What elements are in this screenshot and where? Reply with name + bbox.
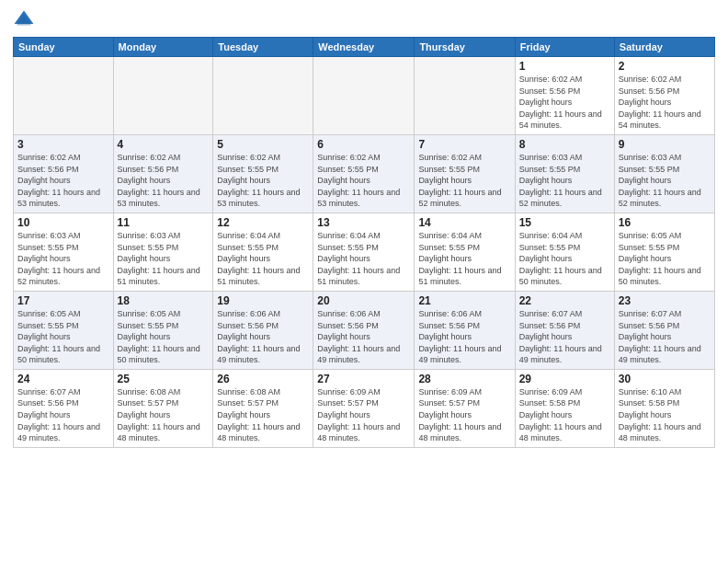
calendar-cell: 20Sunrise: 6:06 AMSunset: 5:56 PMDayligh… — [313, 291, 415, 369]
day-number: 26 — [217, 373, 309, 385]
day-info: Sunrise: 6:06 AMSunset: 5:56 PMDaylight … — [317, 308, 410, 366]
calendar-header-tuesday: Tuesday — [213, 38, 313, 57]
day-info: Sunrise: 6:03 AMSunset: 5:55 PMDaylight … — [118, 230, 210, 288]
day-info: Sunrise: 6:07 AMSunset: 5:56 PMDaylight … — [519, 308, 610, 366]
day-number: 27 — [317, 373, 410, 385]
calendar-cell — [113, 57, 213, 135]
calendar-cell: 6Sunrise: 6:02 AMSunset: 5:55 PMDaylight… — [313, 134, 415, 213]
day-info: Sunrise: 6:07 AMSunset: 5:56 PMDaylight … — [619, 308, 711, 366]
day-number: 16 — [619, 216, 711, 229]
day-info: Sunrise: 6:02 AMSunset: 5:56 PMDaylight … — [118, 152, 210, 210]
calendar-header-row: SundayMondayTuesdayWednesdayThursdayFrid… — [14, 38, 715, 57]
calendar-cell: 2Sunrise: 6:02 AMSunset: 5:56 PMDaylight… — [614, 57, 714, 135]
day-info: Sunrise: 6:06 AMSunset: 5:56 PMDaylight … — [217, 308, 309, 366]
calendar-cell: 3Sunrise: 6:02 AMSunset: 5:56 PMDaylight… — [14, 134, 114, 213]
day-info: Sunrise: 6:04 AMSunset: 5:55 PMDaylight … — [317, 230, 410, 288]
calendar-week-row: 24Sunrise: 6:07 AMSunset: 5:56 PMDayligh… — [14, 369, 715, 447]
day-info: Sunrise: 6:04 AMSunset: 5:55 PMDaylight … — [418, 230, 510, 288]
day-info: Sunrise: 6:02 AMSunset: 5:56 PMDaylight … — [17, 152, 109, 210]
day-info: Sunrise: 6:05 AMSunset: 5:55 PMDaylight … — [619, 230, 711, 288]
calendar-cell: 13Sunrise: 6:04 AMSunset: 5:55 PMDayligh… — [313, 213, 415, 291]
day-number: 1 — [519, 60, 610, 73]
calendar-cell: 15Sunrise: 6:04 AMSunset: 5:55 PMDayligh… — [515, 213, 614, 291]
calendar-cell — [213, 57, 313, 135]
day-info: Sunrise: 6:02 AMSunset: 5:55 PMDaylight … — [217, 152, 309, 210]
calendar-cell: 19Sunrise: 6:06 AMSunset: 5:56 PMDayligh… — [213, 291, 313, 369]
calendar-cell: 23Sunrise: 6:07 AMSunset: 5:56 PMDayligh… — [614, 291, 714, 369]
day-info: Sunrise: 6:09 AMSunset: 5:57 PMDaylight … — [317, 386, 410, 444]
day-number: 11 — [118, 216, 210, 229]
calendar-header-sunday: Sunday — [14, 38, 114, 57]
day-number: 17 — [17, 294, 109, 307]
day-info: Sunrise: 6:08 AMSunset: 5:57 PMDaylight … — [217, 386, 309, 444]
calendar-cell: 11Sunrise: 6:03 AMSunset: 5:55 PMDayligh… — [113, 213, 213, 291]
day-number: 21 — [418, 294, 510, 307]
calendar-week-row: 1Sunrise: 6:02 AMSunset: 5:56 PMDaylight… — [14, 57, 715, 135]
calendar-cell: 10Sunrise: 6:03 AMSunset: 5:55 PMDayligh… — [14, 213, 114, 291]
day-info: Sunrise: 6:04 AMSunset: 5:55 PMDaylight … — [519, 230, 610, 288]
day-number: 24 — [17, 373, 109, 385]
logo — [13, 9, 39, 31]
day-number: 3 — [17, 138, 109, 151]
day-info: Sunrise: 6:02 AMSunset: 5:56 PMDaylight … — [519, 74, 610, 132]
day-info: Sunrise: 6:05 AMSunset: 5:55 PMDaylight … — [118, 308, 210, 366]
day-number: 5 — [217, 138, 309, 151]
calendar-cell: 28Sunrise: 6:09 AMSunset: 5:57 PMDayligh… — [415, 369, 515, 447]
day-info: Sunrise: 6:03 AMSunset: 5:55 PMDaylight … — [17, 230, 109, 288]
calendar-cell: 21Sunrise: 6:06 AMSunset: 5:56 PMDayligh… — [415, 291, 515, 369]
day-info: Sunrise: 6:03 AMSunset: 5:55 PMDaylight … — [519, 152, 610, 210]
calendar-cell: 14Sunrise: 6:04 AMSunset: 5:55 PMDayligh… — [415, 213, 515, 291]
calendar-cell: 4Sunrise: 6:02 AMSunset: 5:56 PMDaylight… — [113, 134, 213, 213]
calendar-cell: 18Sunrise: 6:05 AMSunset: 5:55 PMDayligh… — [113, 291, 213, 369]
logo-icon — [13, 9, 35, 31]
day-number: 13 — [317, 216, 410, 229]
day-number: 23 — [619, 294, 711, 307]
calendar: SundayMondayTuesdayWednesdayThursdayFrid… — [13, 37, 715, 448]
day-info: Sunrise: 6:03 AMSunset: 5:55 PMDaylight … — [619, 152, 711, 210]
calendar-cell: 29Sunrise: 6:09 AMSunset: 5:58 PMDayligh… — [515, 369, 614, 447]
day-number: 29 — [519, 373, 610, 385]
calendar-week-row: 10Sunrise: 6:03 AMSunset: 5:55 PMDayligh… — [14, 213, 715, 291]
calendar-cell: 30Sunrise: 6:10 AMSunset: 5:58 PMDayligh… — [614, 369, 714, 447]
calendar-cell — [14, 57, 114, 135]
day-info: Sunrise: 6:09 AMSunset: 5:58 PMDaylight … — [519, 386, 610, 444]
day-info: Sunrise: 6:10 AMSunset: 5:58 PMDaylight … — [619, 386, 711, 444]
day-number: 19 — [217, 294, 309, 307]
day-info: Sunrise: 6:09 AMSunset: 5:57 PMDaylight … — [418, 386, 510, 444]
day-number: 18 — [118, 294, 210, 307]
day-number: 15 — [519, 216, 610, 229]
calendar-cell: 17Sunrise: 6:05 AMSunset: 5:55 PMDayligh… — [14, 291, 114, 369]
header — [13, 9, 715, 31]
calendar-header-friday: Friday — [515, 38, 614, 57]
calendar-cell: 7Sunrise: 6:02 AMSunset: 5:55 PMDaylight… — [415, 134, 515, 213]
day-number: 8 — [519, 138, 610, 151]
calendar-cell: 5Sunrise: 6:02 AMSunset: 5:55 PMDaylight… — [213, 134, 313, 213]
day-info: Sunrise: 6:07 AMSunset: 5:56 PMDaylight … — [17, 386, 109, 444]
calendar-cell: 8Sunrise: 6:03 AMSunset: 5:55 PMDaylight… — [515, 134, 614, 213]
day-number: 12 — [217, 216, 309, 229]
day-info: Sunrise: 6:05 AMSunset: 5:55 PMDaylight … — [17, 308, 109, 366]
calendar-cell: 26Sunrise: 6:08 AMSunset: 5:57 PMDayligh… — [213, 369, 313, 447]
calendar-cell: 1Sunrise: 6:02 AMSunset: 5:56 PMDaylight… — [515, 57, 614, 135]
day-number: 4 — [118, 138, 210, 151]
day-number: 28 — [418, 373, 510, 385]
day-number: 9 — [619, 138, 711, 151]
day-number: 22 — [519, 294, 610, 307]
calendar-week-row: 3Sunrise: 6:02 AMSunset: 5:56 PMDaylight… — [14, 134, 715, 213]
calendar-cell: 27Sunrise: 6:09 AMSunset: 5:57 PMDayligh… — [313, 369, 415, 447]
calendar-header-thursday: Thursday — [415, 38, 515, 57]
day-number: 20 — [317, 294, 410, 307]
calendar-cell: 9Sunrise: 6:03 AMSunset: 5:55 PMDaylight… — [614, 134, 714, 213]
calendar-cell: 24Sunrise: 6:07 AMSunset: 5:56 PMDayligh… — [14, 369, 114, 447]
day-number: 14 — [418, 216, 510, 229]
day-number: 10 — [17, 216, 109, 229]
day-number: 7 — [418, 138, 510, 151]
day-info: Sunrise: 6:06 AMSunset: 5:56 PMDaylight … — [418, 308, 510, 366]
calendar-header-monday: Monday — [113, 38, 213, 57]
calendar-cell: 25Sunrise: 6:08 AMSunset: 5:57 PMDayligh… — [113, 369, 213, 447]
page: SundayMondayTuesdayWednesdayThursdayFrid… — [0, 0, 728, 563]
day-number: 30 — [619, 373, 711, 385]
day-number: 2 — [619, 60, 711, 73]
calendar-header-wednesday: Wednesday — [313, 38, 415, 57]
day-info: Sunrise: 6:02 AMSunset: 5:55 PMDaylight … — [317, 152, 410, 210]
